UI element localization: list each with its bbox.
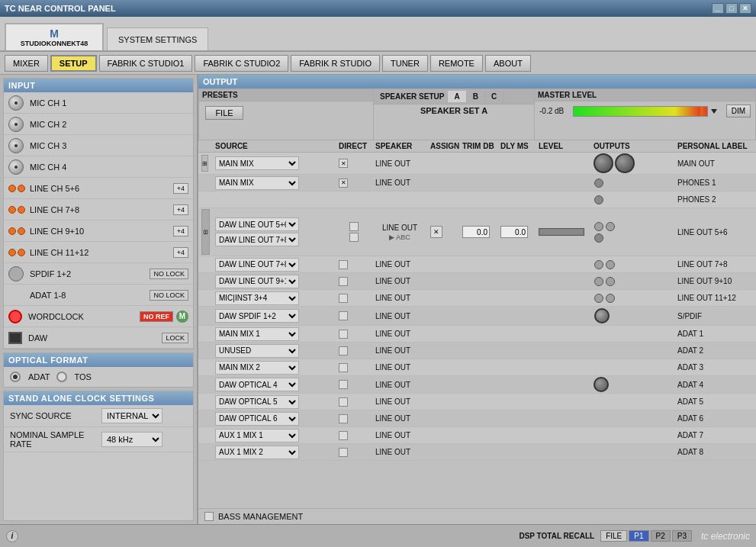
nav-tuner[interactable]: TUNER <box>382 55 428 72</box>
spdif-speaker-label: LINE OUT <box>375 312 410 320</box>
optical-row: ADAT TOS <box>4 367 193 387</box>
nav-fabrik-c-studio2[interactable]: FABRIK C STUDIO2 <box>195 55 288 72</box>
adat1-direct-chk[interactable] <box>339 330 348 339</box>
group-expand-btn[interactable]: ⊞ <box>201 155 208 172</box>
sync-source-select[interactable]: INTERNAL EXTERNAL ADAT SPDIF <box>101 408 162 423</box>
line-ch78-badge: +4 <box>173 204 188 215</box>
line78-dot1 <box>594 260 603 269</box>
speaker-tab-c[interactable]: C <box>485 91 503 102</box>
line-ch1112-dots <box>8 249 25 256</box>
mic-ch2-knob[interactable] <box>8 117 24 132</box>
adat5-source-select[interactable]: DAW OPTICAL 5 <box>215 395 299 409</box>
abc-label: ▶ ABC <box>389 233 410 241</box>
minimize-btn[interactable]: _ <box>712 3 724 14</box>
main-out-source-select[interactable]: MAIN MIX <box>215 156 299 170</box>
col-header-direct: DIRECT <box>336 142 372 150</box>
adat3-source-select[interactable]: MAIN MIX 2 <box>215 361 299 375</box>
main-out-knob-left[interactable] <box>594 153 613 173</box>
bass-management-checkbox[interactable] <box>204 512 214 521</box>
nav-bar: MIXER SETUP FABRIK C STUDIO1 FABRIK C ST… <box>0 52 756 75</box>
info-icon[interactable]: i <box>6 530 18 542</box>
line56-out-dot1 <box>594 222 603 231</box>
table-row: MAIN MIX 2 LINE OUT ADAT 3 <box>198 359 756 376</box>
device-logo[interactable]: M STUDIOKONNEKT48 <box>5 23 104 50</box>
spdif-source-select[interactable]: DAW SPDIF 1+2 <box>215 309 299 323</box>
spdif-label: SPDIF 1+2 <box>30 269 146 278</box>
output-col-headers: SOURCE DIRECT SPEAKER ASSIGN TRIM DB DLY… <box>198 140 756 153</box>
mic-ch1-knob[interactable] <box>8 95 24 111</box>
dsp-p3-button[interactable]: P3 <box>672 530 692 542</box>
line1112-source-select[interactable]: MIC|INST 3+4 <box>215 291 299 305</box>
line56-level-slider[interactable] <box>539 228 584 236</box>
line-ch910-badge: +4 <box>173 226 188 236</box>
line78-source-select[interactable]: DAW LINE OUT 7+8 <box>215 233 299 246</box>
maximize-btn[interactable]: □ <box>725 3 738 14</box>
nav-mixer[interactable]: MIXER <box>5 55 48 72</box>
dsp-file-button[interactable]: FILE <box>600 530 627 542</box>
optical-adat-label[interactable]: ADAT <box>10 372 50 382</box>
adat2-source-select[interactable]: UNUSED <box>215 344 299 358</box>
input-section-header: INPUT <box>4 79 193 92</box>
adat2-direct-chk[interactable] <box>339 346 348 356</box>
adat1-source-select[interactable]: MAIN MIX 1 <box>215 327 299 341</box>
line56-assign[interactable] <box>430 226 442 238</box>
phones1-source-select[interactable]: MAIN MIX <box>215 176 299 190</box>
speaker-tab-b[interactable]: B <box>467 91 485 102</box>
line-ch56-badge: +4 <box>173 183 188 194</box>
adat7-direct-chk[interactable] <box>339 431 348 440</box>
nav-about[interactable]: ABOUT <box>485 55 531 72</box>
nav-setup[interactable]: SETUP <box>50 55 97 72</box>
line78-direct-check[interactable] <box>349 233 359 242</box>
nav-fabrik-c-studio1[interactable]: FABRIK C STUDIO1 <box>99 55 193 72</box>
line910-direct-chk[interactable] <box>339 277 348 286</box>
device-tab-system-settings[interactable]: SYSTEM SETTINGS <box>107 27 208 50</box>
speaker-tab-a[interactable]: A <box>448 91 466 102</box>
adat4-direct-chk[interactable] <box>339 380 348 389</box>
line78-direct-chk[interactable] <box>339 260 348 269</box>
line56-direct-check[interactable] <box>349 222 359 231</box>
optical-adat-radio[interactable] <box>10 372 21 382</box>
spdif-direct-chk[interactable] <box>339 311 348 320</box>
line78-speaker-label: LINE OUT <box>375 260 410 269</box>
level-triangle-indicator <box>711 109 717 114</box>
mic-ch4-knob[interactable] <box>8 159 24 175</box>
mic-ch2-label: MIC CH 2 <box>30 120 188 129</box>
adat8-source-select[interactable]: AUX 1 MIX 2 <box>215 446 299 459</box>
adat5-speaker-label: LINE OUT <box>375 397 410 406</box>
dsp-p2-button[interactable]: P2 <box>651 530 671 542</box>
table-row: UNUSED LINE OUT ADAT 2 <box>198 343 756 359</box>
group-btn-line56[interactable]: ⊟ <box>201 209 210 255</box>
line56-source-select[interactable]: DAW LINE OUT 5+6 <box>215 217 299 231</box>
mic-ch3-knob[interactable] <box>8 138 24 153</box>
nav-remote[interactable]: REMOTE <box>430 55 483 72</box>
line910-source-select[interactable]: DAW LINE OUT 9+10 <box>215 275 299 288</box>
file-button[interactable]: FILE <box>205 106 243 120</box>
line56-speaker: LINE OUT <box>382 224 417 232</box>
adat8-direct-chk[interactable] <box>339 448 348 457</box>
adat4-out-dial[interactable] <box>594 377 609 392</box>
spdif-out-dial[interactable] <box>594 308 610 323</box>
dsp-p1-button[interactable]: P1 <box>629 530 648 542</box>
speaker-title: SPEAKER SETUP A B C <box>374 89 534 105</box>
adat3-label: ADAT 3 <box>677 363 703 372</box>
adat6-direct-chk[interactable] <box>339 414 348 423</box>
nav-fabrik-r-studio[interactable]: FABRIK R STUDIO <box>291 55 380 72</box>
line1112-direct-chk[interactable] <box>339 294 348 303</box>
nominal-sample-rate-select[interactable]: 44.1 kHz 48 kHz 88.2 kHz 96 kHz <box>101 432 162 447</box>
adat6-source-select[interactable]: DAW OPTICAL 6 <box>215 412 299 426</box>
optical-tos-label[interactable]: TOS <box>56 372 92 382</box>
dim-button[interactable]: DIM <box>726 105 751 117</box>
adat7-source-select[interactable]: AUX 1 MIX 1 <box>215 429 299 442</box>
line56-dly-input[interactable] <box>500 226 528 238</box>
col-header-assign: ASSIGN <box>427 142 459 150</box>
line56-trim-input[interactable] <box>462 226 490 238</box>
optical-tos-radio[interactable] <box>56 372 67 382</box>
adat4-source-select[interactable]: DAW OPTICAL 4 <box>215 378 299 391</box>
line78b-source-select[interactable]: DAW LINE OUT 7+8 <box>215 258 299 272</box>
main-out-knob-right[interactable] <box>615 153 635 173</box>
main-out-direct-check[interactable] <box>339 159 348 168</box>
close-btn[interactable]: ✕ <box>739 3 751 14</box>
phones1-direct-check[interactable] <box>339 179 348 188</box>
adat5-direct-chk[interactable] <box>339 397 348 407</box>
adat3-direct-chk[interactable] <box>339 363 348 372</box>
